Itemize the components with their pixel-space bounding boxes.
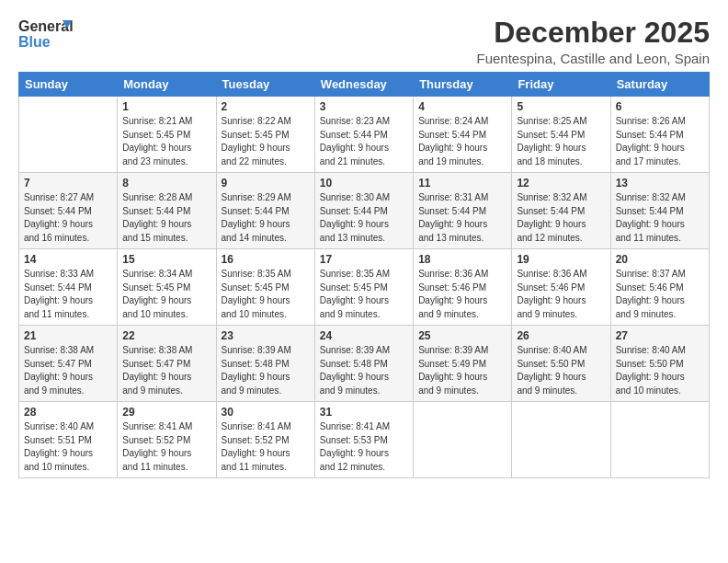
calendar-cell: 22Sunrise: 8:38 AMSunset: 5:47 PMDayligh…: [118, 326, 216, 402]
calendar-cell: 11Sunrise: 8:31 AMSunset: 5:44 PMDayligh…: [414, 173, 512, 249]
day-details: Sunrise: 8:35 AMSunset: 5:45 PMDaylight:…: [222, 268, 310, 321]
calendar-header-row: SundayMondayTuesdayWednesdayThursdayFrid…: [19, 73, 710, 97]
day-details: Sunrise: 8:23 AMSunset: 5:44 PMDaylight:…: [320, 115, 408, 168]
day-details: Sunrise: 8:36 AMSunset: 5:46 PMDaylight:…: [517, 268, 605, 321]
day-number: 17: [320, 253, 408, 266]
calendar-cell: 24Sunrise: 8:39 AMSunset: 5:48 PMDayligh…: [314, 326, 413, 402]
calendar-cell: [610, 402, 709, 478]
day-details: Sunrise: 8:31 AMSunset: 5:44 PMDaylight:…: [418, 191, 506, 245]
day-details: Sunrise: 8:39 AMSunset: 5:48 PMDaylight:…: [320, 344, 408, 397]
day-number: 13: [616, 177, 704, 190]
day-number: 22: [122, 329, 210, 342]
day-details: Sunrise: 8:34 AMSunset: 5:45 PMDaylight:…: [122, 268, 210, 321]
day-details: Sunrise: 8:28 AMSunset: 5:44 PMDaylight:…: [122, 191, 210, 245]
day-number: 11: [418, 177, 506, 190]
day-details: Sunrise: 8:36 AMSunset: 5:46 PMDaylight:…: [418, 268, 506, 321]
col-header-wednesday: Wednesday: [314, 73, 413, 97]
calendar-cell: 8Sunrise: 8:28 AMSunset: 5:44 PMDaylight…: [118, 173, 216, 249]
day-details: Sunrise: 8:40 AMSunset: 5:51 PMDaylight:…: [24, 420, 112, 474]
calendar-cell: 6Sunrise: 8:26 AMSunset: 5:44 PMDaylight…: [610, 97, 709, 173]
calendar-cell: 1Sunrise: 8:21 AMSunset: 5:45 PMDaylight…: [118, 97, 216, 173]
logo-svg: GeneralBlue: [18, 17, 74, 50]
day-number: 16: [222, 253, 310, 266]
day-details: Sunrise: 8:38 AMSunset: 5:47 PMDaylight:…: [122, 344, 210, 397]
day-number: 30: [222, 406, 310, 419]
calendar-cell: 19Sunrise: 8:36 AMSunset: 5:46 PMDayligh…: [512, 249, 610, 326]
day-details: Sunrise: 8:25 AMSunset: 5:44 PMDaylight:…: [517, 115, 605, 168]
day-details: Sunrise: 8:41 AMSunset: 5:52 PMDaylight:…: [122, 420, 210, 474]
day-details: Sunrise: 8:35 AMSunset: 5:45 PMDaylight:…: [320, 268, 408, 321]
day-number: 3: [320, 100, 408, 113]
calendar-cell: 20Sunrise: 8:37 AMSunset: 5:46 PMDayligh…: [610, 249, 709, 326]
calendar-cell: 3Sunrise: 8:23 AMSunset: 5:44 PMDaylight…: [314, 97, 413, 173]
col-header-thursday: Thursday: [414, 73, 512, 97]
col-header-friday: Friday: [512, 73, 610, 97]
calendar-cell: 25Sunrise: 8:39 AMSunset: 5:49 PMDayligh…: [414, 326, 512, 402]
day-details: Sunrise: 8:41 AMSunset: 5:53 PMDaylight:…: [320, 420, 408, 474]
calendar-cell: 31Sunrise: 8:41 AMSunset: 5:53 PMDayligh…: [314, 402, 413, 478]
day-number: 19: [517, 253, 605, 266]
day-number: 7: [24, 177, 112, 190]
subtitle: Fuentespina, Castille and Leon, Spain: [476, 51, 710, 66]
calendar-week-3: 14Sunrise: 8:33 AMSunset: 5:44 PMDayligh…: [19, 249, 710, 326]
title-block: December 2025 Fuentespina, Castille and …: [476, 17, 710, 66]
day-number: 27: [616, 329, 704, 342]
day-details: Sunrise: 8:29 AMSunset: 5:44 PMDaylight:…: [222, 191, 310, 245]
day-number: 26: [517, 329, 605, 342]
day-details: Sunrise: 8:27 AMSunset: 5:44 PMDaylight:…: [24, 191, 112, 245]
day-number: 21: [24, 329, 112, 342]
calendar-cell: 21Sunrise: 8:38 AMSunset: 5:47 PMDayligh…: [19, 326, 118, 402]
col-header-monday: Monday: [118, 73, 216, 97]
col-header-sunday: Sunday: [19, 73, 118, 97]
day-number: 28: [24, 406, 112, 419]
calendar-cell: 16Sunrise: 8:35 AMSunset: 5:45 PMDayligh…: [216, 249, 314, 326]
calendar-cell: 28Sunrise: 8:40 AMSunset: 5:51 PMDayligh…: [19, 402, 118, 478]
calendar-cell: 13Sunrise: 8:32 AMSunset: 5:44 PMDayligh…: [610, 173, 709, 249]
day-number: 5: [517, 100, 605, 113]
calendar-cell: 29Sunrise: 8:41 AMSunset: 5:52 PMDayligh…: [118, 402, 216, 478]
calendar-cell: [414, 402, 512, 478]
calendar-cell: 27Sunrise: 8:40 AMSunset: 5:50 PMDayligh…: [610, 326, 709, 402]
page: GeneralBlue December 2025 Fuentespina, C…: [0, 0, 728, 563]
day-details: Sunrise: 8:38 AMSunset: 5:47 PMDaylight:…: [24, 344, 112, 397]
header: GeneralBlue December 2025 Fuentespina, C…: [18, 17, 710, 66]
day-number: 25: [418, 329, 506, 342]
calendar-cell: 4Sunrise: 8:24 AMSunset: 5:44 PMDaylight…: [414, 97, 512, 173]
col-header-tuesday: Tuesday: [216, 73, 314, 97]
calendar-cell: 2Sunrise: 8:22 AMSunset: 5:45 PMDaylight…: [216, 97, 314, 173]
calendar-week-1: 1Sunrise: 8:21 AMSunset: 5:45 PMDaylight…: [19, 97, 710, 173]
day-number: 14: [24, 253, 112, 266]
day-number: 29: [122, 406, 210, 419]
day-details: Sunrise: 8:32 AMSunset: 5:44 PMDaylight:…: [517, 191, 605, 245]
day-details: Sunrise: 8:26 AMSunset: 5:44 PMDaylight:…: [616, 115, 704, 168]
calendar-cell: 14Sunrise: 8:33 AMSunset: 5:44 PMDayligh…: [19, 249, 118, 326]
day-details: Sunrise: 8:40 AMSunset: 5:50 PMDaylight:…: [616, 344, 704, 397]
calendar-cell: 7Sunrise: 8:27 AMSunset: 5:44 PMDaylight…: [19, 173, 118, 249]
day-details: Sunrise: 8:21 AMSunset: 5:45 PMDaylight:…: [122, 115, 210, 168]
calendar-cell: 9Sunrise: 8:29 AMSunset: 5:44 PMDaylight…: [216, 173, 314, 249]
day-number: 18: [418, 253, 506, 266]
logo: GeneralBlue: [18, 17, 74, 50]
day-number: 8: [122, 177, 210, 190]
day-details: Sunrise: 8:37 AMSunset: 5:46 PMDaylight:…: [616, 268, 704, 321]
day-number: 31: [320, 406, 408, 419]
col-header-saturday: Saturday: [610, 73, 709, 97]
calendar-cell: 18Sunrise: 8:36 AMSunset: 5:46 PMDayligh…: [414, 249, 512, 326]
day-details: Sunrise: 8:22 AMSunset: 5:45 PMDaylight:…: [222, 115, 310, 168]
day-details: Sunrise: 8:24 AMSunset: 5:44 PMDaylight:…: [418, 115, 506, 168]
day-number: 24: [320, 329, 408, 342]
calendar-cell: 12Sunrise: 8:32 AMSunset: 5:44 PMDayligh…: [512, 173, 610, 249]
calendar-cell: 10Sunrise: 8:30 AMSunset: 5:44 PMDayligh…: [314, 173, 413, 249]
day-details: Sunrise: 8:39 AMSunset: 5:48 PMDaylight:…: [222, 344, 310, 397]
day-details: Sunrise: 8:39 AMSunset: 5:49 PMDaylight:…: [418, 344, 506, 397]
calendar-cell: 30Sunrise: 8:41 AMSunset: 5:52 PMDayligh…: [216, 402, 314, 478]
day-details: Sunrise: 8:33 AMSunset: 5:44 PMDaylight:…: [24, 268, 112, 321]
calendar-cell: [19, 97, 118, 173]
day-number: 15: [122, 253, 210, 266]
calendar-week-4: 21Sunrise: 8:38 AMSunset: 5:47 PMDayligh…: [19, 326, 710, 402]
calendar-cell: 5Sunrise: 8:25 AMSunset: 5:44 PMDaylight…: [512, 97, 610, 173]
day-details: Sunrise: 8:41 AMSunset: 5:52 PMDaylight:…: [222, 420, 310, 474]
day-number: 6: [616, 100, 704, 113]
calendar-cell: [512, 402, 610, 478]
calendar-cell: 26Sunrise: 8:40 AMSunset: 5:50 PMDayligh…: [512, 326, 610, 402]
